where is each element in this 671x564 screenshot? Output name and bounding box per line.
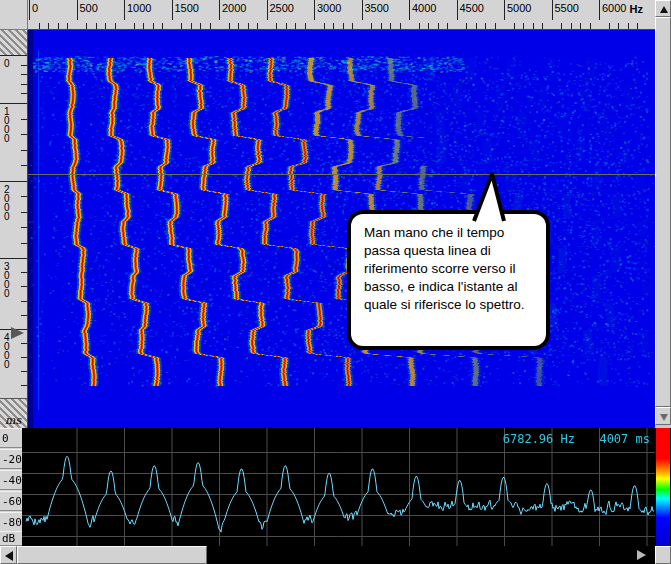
minor-tick [153, 23, 154, 29]
vertical-scrollbar-thumb[interactable] [655, 17, 671, 407]
time-unit-label: ms [5, 414, 21, 427]
db-scale: 0-20-40-60-80-100dB [0, 428, 22, 546]
minor-tick [21, 134, 27, 135]
minor-tick [333, 23, 334, 29]
major-tick [0, 181, 27, 182]
minor-tick [21, 93, 27, 94]
right-arrow-icon[interactable] [637, 550, 646, 560]
minor-tick [21, 212, 27, 213]
minor-tick [447, 23, 448, 29]
time-ruler: ms 01 0 0 02 0 0 03 0 0 04 0 0 0 [0, 30, 28, 428]
minor-tick [533, 23, 534, 29]
minor-tick [257, 23, 258, 29]
minor-tick [523, 23, 524, 29]
frequency-unit-label: Hz [630, 3, 643, 15]
scroll-down-button[interactable] [655, 407, 671, 425]
minor-tick [191, 23, 192, 29]
top-ruler-tick-label: 6000 [602, 2, 626, 14]
minor-tick [590, 23, 591, 29]
left-ruler-tick-label: 0 [4, 59, 10, 68]
minor-tick [21, 165, 27, 166]
left-ruler-tick-label: 4 0 0 0 [4, 333, 10, 369]
top-ruler-tick-label: 5500 [555, 2, 579, 14]
minor-tick [381, 23, 382, 29]
minor-tick [21, 357, 27, 358]
callout-bubble: Man mano che il tempo passa questa linea… [347, 210, 550, 350]
minor-tick [390, 23, 391, 29]
major-tick [314, 0, 315, 20]
spectrogram-app-window: Hz 0500100015002000250030003500400045005… [0, 0, 671, 564]
minor-tick [21, 315, 27, 316]
minor-tick [21, 227, 27, 228]
scrollbar-corner [655, 546, 671, 564]
minor-tick [134, 23, 135, 29]
minor-tick [162, 23, 163, 29]
minor-tick [276, 23, 277, 29]
minor-tick [105, 23, 106, 29]
ruler-corner-cell [0, 0, 28, 30]
scroll-up-button[interactable] [655, 0, 671, 17]
left-ruler-tick-label: 3 0 0 0 [4, 262, 10, 298]
minor-tick [48, 23, 49, 29]
minor-tick [21, 385, 27, 386]
time-reference-line [28, 174, 655, 175]
minor-tick [238, 23, 239, 29]
major-tick [504, 0, 505, 20]
top-ruler-tick-label: 3500 [365, 2, 389, 14]
minor-tick [295, 23, 296, 29]
major-tick [0, 258, 27, 259]
major-tick [219, 0, 220, 20]
minor-tick [571, 23, 572, 29]
minor-tick [248, 23, 249, 29]
minor-tick [609, 23, 610, 29]
minor-tick [305, 23, 306, 29]
up-arrow-icon [660, 6, 668, 13]
major-tick [457, 0, 458, 20]
major-tick [172, 0, 173, 20]
color-scale-legend [656, 428, 670, 546]
db-scale-label: -20 [0, 449, 22, 469]
left-ruler-tick-label: 1 0 0 0 [4, 107, 10, 143]
spectrum-panel: 0-20-40-60-80-100dB 6782.96 Hz 4007 ms [0, 428, 671, 546]
spectrogram-display[interactable] [28, 30, 655, 428]
time-cursor-marker[interactable] [11, 327, 24, 339]
major-tick [0, 103, 27, 104]
ruler-hatch-bottom: ms [0, 398, 27, 429]
minor-tick [21, 272, 27, 273]
minor-tick [21, 343, 27, 344]
minor-tick [21, 243, 27, 244]
scroll-left-button[interactable] [0, 546, 17, 564]
major-tick [409, 0, 410, 20]
frequency-readout: 6782.96 Hz [503, 432, 575, 446]
minor-tick [466, 23, 467, 29]
major-tick [29, 0, 30, 20]
top-ruler-tick-label: 4500 [460, 2, 484, 14]
callout-text: Man mano che il tempo passa questa linea… [364, 224, 542, 314]
minor-tick [229, 23, 230, 29]
horizontal-scrollbar-thumb[interactable] [17, 546, 207, 564]
top-ruler-tick-label: 5000 [507, 2, 531, 14]
minor-tick [637, 23, 638, 29]
minor-tick [21, 65, 27, 66]
frequency-ruler: Hz 0500100015002000250030003500400045005… [28, 0, 655, 30]
minor-tick [514, 23, 515, 29]
top-ruler-tick-label: 2000 [222, 2, 246, 14]
major-tick [552, 0, 553, 20]
minor-tick [21, 196, 27, 197]
db-scale-label: -40 [0, 470, 22, 490]
minor-tick [21, 84, 27, 85]
top-ruler-tick-label: 0 [32, 2, 38, 14]
minor-tick [67, 23, 68, 29]
left-arrow-icon [5, 551, 13, 561]
horizontal-scrollbar[interactable] [0, 546, 655, 564]
callout-tail [466, 168, 514, 222]
top-ruler-tick-label: 3000 [317, 2, 341, 14]
minor-tick [485, 23, 486, 29]
minor-tick [21, 119, 27, 120]
minor-tick [352, 23, 353, 29]
minor-tick [428, 23, 429, 29]
minor-tick [39, 23, 40, 29]
minor-tick [324, 23, 325, 29]
down-arrow-icon [660, 414, 668, 421]
db-unit-label: dB [0, 531, 22, 546]
